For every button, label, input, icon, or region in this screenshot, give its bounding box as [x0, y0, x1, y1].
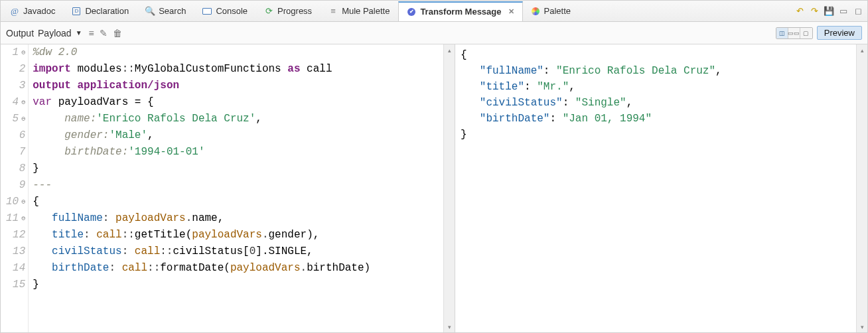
code-line[interactable]: --- [33, 177, 455, 194]
minimize-icon[interactable]: ▭ [838, 6, 849, 17]
line-number: 9 [6, 177, 25, 194]
at-icon: @ [10, 7, 19, 16]
line-number: 11⊖ [6, 210, 25, 227]
line-number: 1⊖ [6, 44, 25, 61]
tab-mule-palette[interactable]: ≡Mule Palette [321, 1, 398, 21]
view-split-icon[interactable]: ◫ [776, 28, 788, 38]
line-number: 10⊖ [6, 194, 25, 210]
tab-search[interactable]: 🔍Search [137, 1, 194, 21]
scroll-up-icon[interactable]: ▴ [857, 44, 867, 56]
json-line: "fullName": "Enrico Rafols Dela Cruz", [461, 63, 851, 79]
tab-declaration[interactable]: DDeclaration [64, 1, 137, 21]
json-line: "civilStatus": "Single", [461, 95, 851, 111]
code-line[interactable]: civilStatus: call::civilStatus[0].SINGLE… [33, 243, 455, 260]
tab-label: Javadoc [23, 6, 55, 16]
fold-icon[interactable]: ⊖ [21, 94, 25, 111]
output-label: Output [6, 28, 34, 38]
code-line[interactable]: name:'Enrico Rafols Dela Cruz', [33, 111, 455, 127]
code-line[interactable]: fullName: payloadVars.name, [33, 210, 455, 227]
chevron-down-icon[interactable]: ▼ [76, 29, 82, 36]
line-number: 7 [6, 144, 25, 161]
code-line[interactable]: } [33, 161, 455, 177]
maximize-icon[interactable]: ◻ [853, 6, 863, 17]
code-line[interactable]: output application/json [33, 78, 455, 94]
view-mode-toggle[interactable]: ◫ ▭▭ ▢ [776, 27, 813, 39]
line-number: 2 [6, 61, 25, 78]
split-panes: 1⊖234⊖5⊖678910⊖11⊖12131415 %dw 2.0import… [1, 44, 867, 332]
tab-label: Palette [544, 6, 571, 16]
code-line[interactable]: gender:'Male', [33, 127, 455, 144]
tab-palette[interactable]: Palette [523, 1, 579, 21]
line-number: 15 [6, 277, 25, 293]
json-line: { [461, 47, 851, 63]
doc-d-icon: D [72, 7, 81, 16]
output-scrollbar[interactable]: ▴ ▾ [856, 44, 867, 332]
code-line[interactable]: var payloadVars = { [33, 94, 455, 111]
line-number: 8 [6, 161, 25, 177]
code-line[interactable]: %dw 2.0 [33, 44, 455, 61]
tab-label: Transform Message [420, 7, 501, 17]
tab-console[interactable]: Console [194, 1, 256, 21]
code-line[interactable]: birthDate:'1994-01-01' [33, 144, 455, 161]
view-output-icon[interactable]: ▢ [800, 28, 812, 38]
line-number: 12 [6, 227, 25, 243]
code-line[interactable]: } [33, 277, 455, 293]
tab-bar: @JavadocDDeclaration🔍SearchConsole⟳Progr… [1, 1, 867, 22]
json-line: } [461, 127, 851, 143]
edit-icon[interactable]: ✎ [100, 28, 108, 38]
trash-icon[interactable]: 🗑 [113, 28, 122, 38]
line-number: 5⊖ [6, 111, 25, 127]
tab-label: Progress [277, 6, 312, 16]
tree-icon[interactable]: ≡ [89, 28, 94, 38]
tabbar-right-controls: ↶ ↷ 💾 ▭ ◻ [794, 6, 867, 17]
code-line[interactable]: title: call::getTitle(payloadVars.gender… [33, 227, 455, 243]
close-icon[interactable]: ✕ [508, 7, 514, 16]
tab-label: Console [216, 6, 248, 16]
line-number: 6 [6, 127, 25, 144]
json-line: "title": "Mr.", [461, 79, 851, 95]
line-number: 14 [6, 260, 25, 277]
tab-javadoc[interactable]: @Javadoc [2, 1, 64, 21]
preview-button[interactable]: Preview [817, 26, 862, 40]
code-line[interactable]: import modules::MyGlobalCustomFunctions … [33, 61, 455, 78]
line-number: 13 [6, 243, 25, 260]
editor-scrollbar[interactable]: ▴ ▾ [443, 44, 455, 332]
back-icon[interactable]: ↶ [794, 6, 805, 17]
ide-window: @JavadocDDeclaration🔍SearchConsole⟳Progr… [0, 0, 868, 333]
fold-icon[interactable]: ⊖ [21, 194, 25, 210]
line-number: 3 [6, 78, 25, 94]
palette-c-icon [531, 7, 540, 16]
tab-label: Search [159, 6, 186, 16]
console-icon [202, 7, 212, 16]
payload-label: Payload [38, 28, 72, 38]
code-editor-pane[interactable]: 1⊖234⊖5⊖678910⊖11⊖12131415 %dw 2.0import… [1, 44, 455, 332]
progress-icon: ⟳ [264, 7, 273, 16]
fold-icon[interactable]: ⊖ [21, 210, 25, 227]
code-line[interactable]: { [33, 194, 455, 210]
tab-label: Declaration [85, 6, 129, 16]
scroll-up-icon[interactable]: ▴ [444, 44, 455, 56]
save-icon[interactable]: 💾 [824, 6, 834, 17]
fold-icon[interactable]: ⊖ [21, 111, 25, 127]
tab-transform-message[interactable]: ✔Transform Message✕ [398, 1, 522, 21]
tab-progress[interactable]: ⟳Progress [256, 1, 321, 21]
scroll-down-icon[interactable]: ▾ [444, 321, 455, 332]
code-editor[interactable]: 1⊖234⊖5⊖678910⊖11⊖12131415 %dw 2.0import… [1, 44, 455, 332]
json-output: { "fullName": "Enrico Rafols Dela Cruz",… [455, 44, 856, 332]
json-line: "birthDate": "Jan 01, 1994" [461, 111, 851, 127]
search-icon: 🔍 [145, 7, 155, 16]
view-code-icon[interactable]: ▭▭ [788, 28, 800, 38]
output-pane: { "fullName": "Enrico Rafols Dela Cruz",… [455, 44, 867, 332]
tab-label: Mule Palette [342, 6, 390, 16]
scroll-down-icon[interactable]: ▾ [857, 321, 867, 332]
line-number: 4⊖ [6, 94, 25, 111]
transform-icon: ✔ [407, 7, 416, 17]
fold-icon[interactable]: ⊖ [21, 44, 25, 61]
forward-icon[interactable]: ↷ [809, 6, 820, 17]
output-toolbar: Output Payload ▼ ≡ ✎ 🗑 ◫ ▭▭ ▢ Preview [1, 22, 867, 44]
code-line[interactable]: birthDate: call::formatDate(payloadVars.… [33, 260, 455, 277]
palette-bw-icon: ≡ [328, 7, 338, 16]
